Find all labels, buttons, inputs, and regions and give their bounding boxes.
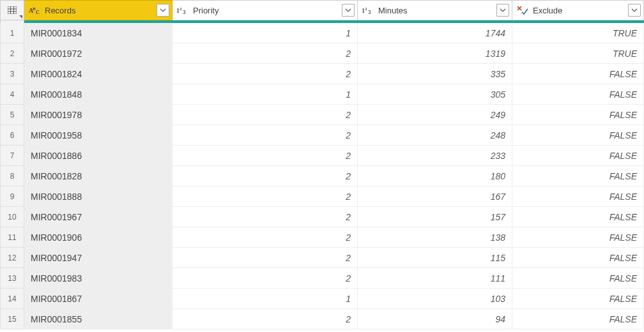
cell-exclude[interactable]: FALSE bbox=[512, 289, 644, 309]
cell-priority[interactable]: 2 bbox=[172, 248, 358, 268]
row-number-cell[interactable]: 6 bbox=[0, 125, 24, 146]
cell-minutes[interactable]: 233 bbox=[358, 146, 512, 166]
cell-records[interactable]: MIR0001972 bbox=[24, 43, 172, 64]
table-row[interactable]: 14MIR00018671103FALSE bbox=[0, 289, 644, 309]
row-number-cell[interactable]: 12 bbox=[0, 248, 24, 268]
cell-minutes[interactable]: 103 bbox=[358, 289, 512, 309]
column-header-minutes[interactable]: 1 2 3 Minutes bbox=[358, 0, 512, 20]
cell-priority[interactable]: 2 bbox=[172, 309, 358, 329]
table-row[interactable]: 3MIR00018242335FALSE bbox=[0, 64, 644, 84]
cell-priority[interactable]: 1 bbox=[172, 84, 358, 105]
table-row[interactable]: 7MIR00018862233FALSE bbox=[0, 146, 644, 166]
cell-priority[interactable]: 1 bbox=[172, 289, 358, 309]
cell-priority[interactable]: 2 bbox=[172, 268, 358, 289]
cell-records[interactable]: MIR0001967 bbox=[24, 207, 172, 227]
filter-button-minutes[interactable] bbox=[496, 4, 509, 17]
cell-exclude[interactable]: FALSE bbox=[512, 186, 644, 207]
cell-priority[interactable]: 2 bbox=[172, 64, 358, 84]
row-number-cell[interactable]: 10 bbox=[0, 207, 24, 227]
filter-button-priority[interactable] bbox=[342, 4, 355, 17]
table-row[interactable]: 15MIR0001855294FALSE bbox=[0, 309, 644, 329]
cell-minutes[interactable]: 1744 bbox=[358, 23, 512, 43]
cell-minutes[interactable]: 157 bbox=[358, 207, 512, 227]
row-number-cell[interactable]: 11 bbox=[0, 227, 24, 248]
table-row[interactable]: 9MIR00018882167FALSE bbox=[0, 186, 644, 207]
cell-priority[interactable]: 2 bbox=[172, 227, 358, 248]
cell-exclude[interactable]: FALSE bbox=[512, 105, 644, 125]
cell-records[interactable]: MIR0001848 bbox=[24, 84, 172, 105]
select-all-corner[interactable] bbox=[0, 0, 24, 20]
cell-exclude[interactable]: FALSE bbox=[512, 64, 644, 84]
cell-minutes[interactable]: 115 bbox=[358, 248, 512, 268]
cell-exclude[interactable]: TRUE bbox=[512, 43, 644, 64]
cell-minutes[interactable]: 167 bbox=[358, 186, 512, 207]
table-row[interactable]: 5MIR00019782249FALSE bbox=[0, 105, 644, 125]
cell-exclude[interactable]: FALSE bbox=[512, 227, 644, 248]
cell-exclude[interactable]: FALSE bbox=[512, 207, 644, 227]
cell-minutes[interactable]: 248 bbox=[358, 125, 512, 146]
cell-records[interactable]: MIR0001824 bbox=[24, 64, 172, 84]
cell-exclude[interactable]: FALSE bbox=[512, 248, 644, 268]
cell-priority[interactable]: 2 bbox=[172, 207, 358, 227]
cell-records[interactable]: MIR0001906 bbox=[24, 227, 172, 248]
column-header-records[interactable]: A B C Records bbox=[24, 0, 172, 20]
cell-priority[interactable]: 2 bbox=[172, 125, 358, 146]
column-header-priority[interactable]: 1 2 3 Priority bbox=[172, 0, 358, 20]
row-number-cell[interactable]: 7 bbox=[0, 146, 24, 166]
cell-exclude[interactable]: FALSE bbox=[512, 84, 644, 105]
row-number-cell[interactable]: 13 bbox=[0, 268, 24, 289]
cell-exclude[interactable]: FALSE bbox=[512, 309, 644, 329]
cell-priority[interactable]: 2 bbox=[172, 105, 358, 125]
cell-minutes[interactable]: 1319 bbox=[358, 43, 512, 64]
row-number-cell[interactable]: 5 bbox=[0, 105, 24, 125]
filter-button-exclude[interactable] bbox=[628, 4, 641, 17]
cell-minutes[interactable]: 249 bbox=[358, 105, 512, 125]
cell-minutes[interactable]: 305 bbox=[358, 84, 512, 105]
cell-records[interactable]: MIR0001888 bbox=[24, 186, 172, 207]
table-row[interactable]: 1MIR000183411744TRUE bbox=[0, 23, 644, 43]
row-number-cell[interactable]: 15 bbox=[0, 309, 24, 329]
cell-records[interactable]: MIR0001828 bbox=[24, 166, 172, 186]
cell-minutes[interactable]: 94 bbox=[358, 309, 512, 329]
svg-rect-0 bbox=[8, 6, 17, 14]
cell-priority[interactable]: 2 bbox=[172, 186, 358, 207]
cell-priority[interactable]: 2 bbox=[172, 166, 358, 186]
table-row[interactable]: 2MIR000197221319TRUE bbox=[0, 43, 644, 64]
table-row[interactable]: 12MIR00019472115FALSE bbox=[0, 248, 644, 268]
row-number-cell[interactable]: 4 bbox=[0, 84, 24, 105]
row-number-cell[interactable]: 14 bbox=[0, 289, 24, 309]
cell-exclude[interactable]: FALSE bbox=[512, 166, 644, 186]
cell-records[interactable]: MIR0001958 bbox=[24, 125, 172, 146]
cell-records[interactable]: MIR0001886 bbox=[24, 146, 172, 166]
cell-exclude[interactable]: TRUE bbox=[512, 23, 644, 43]
table-row[interactable]: 6MIR00019582248FALSE bbox=[0, 125, 644, 146]
table-row[interactable]: 13MIR00019832111FALSE bbox=[0, 268, 644, 289]
table-row[interactable]: 11MIR00019062138FALSE bbox=[0, 227, 644, 248]
row-number-cell[interactable]: 3 bbox=[0, 64, 24, 84]
cell-records[interactable]: MIR0001947 bbox=[24, 248, 172, 268]
cell-priority[interactable]: 1 bbox=[172, 23, 358, 43]
cell-exclude[interactable]: FALSE bbox=[512, 146, 644, 166]
cell-exclude[interactable]: FALSE bbox=[512, 125, 644, 146]
row-number-cell[interactable]: 2 bbox=[0, 43, 24, 64]
row-number-cell[interactable]: 8 bbox=[0, 166, 24, 186]
table-row[interactable]: 10MIR00019672157FALSE bbox=[0, 207, 644, 227]
cell-records[interactable]: MIR0001978 bbox=[24, 105, 172, 125]
filter-button-records[interactable] bbox=[157, 4, 169, 17]
cell-minutes[interactable]: 138 bbox=[358, 227, 512, 248]
cell-records[interactable]: MIR0001867 bbox=[24, 289, 172, 309]
cell-minutes[interactable]: 180 bbox=[358, 166, 512, 186]
column-header-exclude[interactable]: Exclude bbox=[512, 0, 644, 20]
table-row[interactable]: 8MIR00018282180FALSE bbox=[0, 166, 644, 186]
cell-priority[interactable]: 2 bbox=[172, 43, 358, 64]
row-number-cell[interactable]: 9 bbox=[0, 186, 24, 207]
cell-records[interactable]: MIR0001983 bbox=[24, 268, 172, 289]
cell-minutes[interactable]: 335 bbox=[358, 64, 512, 84]
cell-priority[interactable]: 2 bbox=[172, 146, 358, 166]
cell-exclude[interactable]: FALSE bbox=[512, 268, 644, 289]
cell-records[interactable]: MIR0001855 bbox=[24, 309, 172, 329]
table-row[interactable]: 4MIR00018481305FALSE bbox=[0, 84, 644, 105]
cell-minutes[interactable]: 111 bbox=[358, 268, 512, 289]
row-number-cell[interactable]: 1 bbox=[0, 23, 24, 43]
cell-records[interactable]: MIR0001834 bbox=[24, 23, 172, 43]
